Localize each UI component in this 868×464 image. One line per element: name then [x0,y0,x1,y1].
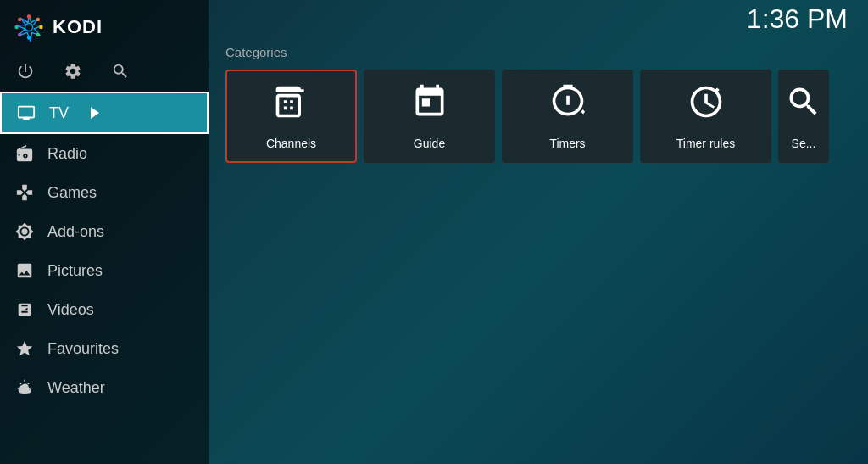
channels-icon [273,83,310,128]
guide-label: Guide [414,137,445,150]
app-title: KODI [53,16,103,38]
svg-point-3 [36,18,41,22]
sidebar-item-games[interactable]: Games [0,173,209,212]
search-category-icon [785,83,822,128]
clock-display: 1:36 PM [747,3,848,35]
sidebar-item-tv[interactable]: TV [0,92,209,134]
timers-label: Timers [549,137,585,150]
sidebar-item-videos-label: Videos [47,301,94,319]
top-bar: 1:36 PM [225,12,868,35]
sidebar-nav: TV Radio Games Add-ons [0,92,209,464]
sidebar-item-weather-label: Weather [47,379,105,397]
sidebar-item-videos[interactable]: Videos [0,290,209,329]
timer-rules-label: Timer rules [676,137,736,150]
category-card-timer-rules[interactable]: Timer rules [640,70,771,163]
sidebar-item-pictures[interactable]: Pictures [0,251,209,290]
favourites-icon [14,338,36,360]
kodi-logo-icon [14,12,44,42]
sidebar-item-weather[interactable]: Weather [0,368,209,407]
category-card-search[interactable]: Se... [778,70,829,163]
main-content: 1:36 PM Categories Channels Guide [209,0,868,464]
svg-point-2 [27,14,31,19]
sidebar-item-tv-label: TV [49,104,69,122]
videos-icon [14,299,36,321]
sidebar-item-games-label: Games [47,184,97,202]
addons-icon [14,221,36,243]
sidebar-item-addons[interactable]: Add-ons [0,212,209,251]
svg-point-7 [18,33,22,37]
tv-icon [15,102,37,124]
sidebar-header: KODI [0,0,209,54]
category-card-guide[interactable]: Guide [364,70,495,163]
svg-point-8 [14,25,19,30]
category-card-timers[interactable]: Timers [502,70,633,163]
sidebar-item-addons-label: Add-ons [47,223,104,241]
svg-point-4 [39,25,43,30]
sidebar-item-favourites-label: Favourites [47,340,119,358]
sidebar-item-pictures-label: Pictures [47,262,103,280]
pictures-icon [14,260,36,282]
sidebar-item-radio[interactable]: Radio [0,134,209,173]
timers-icon [549,83,587,128]
games-icon [14,182,36,204]
categories-label: Categories [225,45,868,59]
search-label: Se... [792,137,816,150]
cursor [91,107,99,119]
svg-point-6 [27,36,31,40]
svg-point-1 [25,24,33,31]
sidebar-item-radio-label: Radio [47,145,87,163]
search-button[interactable] [108,59,132,83]
sidebar: KODI TV Radio [0,0,209,464]
radio-icon [14,143,36,165]
timer-rules-icon [687,83,725,128]
sidebar-item-favourites[interactable]: Favourites [0,329,209,368]
svg-point-5 [36,33,41,37]
weather-icon [14,377,36,399]
guide-icon [411,83,448,128]
channels-label: Channels [266,137,316,150]
svg-point-9 [18,18,22,22]
categories-grid: Channels Guide Timers [225,70,868,163]
settings-button[interactable] [61,59,85,83]
sidebar-icon-row [0,54,209,92]
power-button[interactable] [14,59,37,83]
category-card-channels[interactable]: Channels [225,70,357,163]
